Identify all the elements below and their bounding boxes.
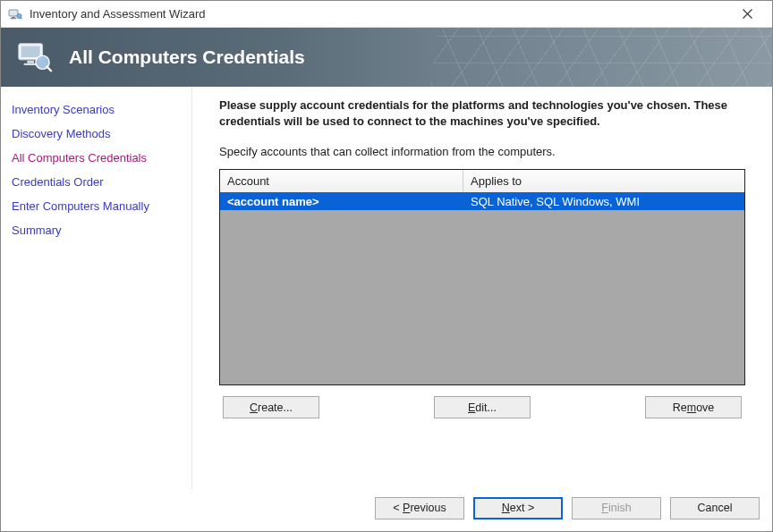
table-actions: Create... Edit... Remove xyxy=(219,385,745,418)
svg-rect-8 xyxy=(21,46,40,57)
svg-line-4 xyxy=(21,17,21,19)
sidebar-item-summary[interactable]: Summary xyxy=(10,218,183,242)
wizard-body: Inventory Scenarios Discovery Methods Al… xyxy=(1,87,772,490)
column-header-applies-to[interactable]: Applies to xyxy=(463,170,744,192)
sidebar-item-discovery-methods[interactable]: Discovery Methods xyxy=(10,122,183,146)
create-button[interactable]: Create... xyxy=(223,396,319,418)
credentials-table: Account Applies to <account name> SQL Na… xyxy=(219,169,745,385)
sidebar: Inventory Scenarios Discovery Methods Al… xyxy=(1,87,192,490)
sub-instruction-text: Specify accounts that can collect inform… xyxy=(219,145,745,158)
sidebar-item-inventory-scenarios[interactable]: Inventory Scenarios xyxy=(10,97,183,122)
header-icon xyxy=(15,38,53,76)
svg-rect-0 xyxy=(9,10,18,16)
cell-account: <account name> xyxy=(220,194,463,209)
close-button[interactable] xyxy=(729,2,765,27)
table-body[interactable]: <account name> SQL Native, SQL Windows, … xyxy=(220,192,744,384)
cancel-button[interactable]: Cancel xyxy=(670,497,760,519)
window-title: Inventory and Assessment Wizard xyxy=(30,7,729,21)
remove-button[interactable]: Remove xyxy=(645,396,742,418)
sidebar-item-enter-computers-manually[interactable]: Enter Computers Manually xyxy=(10,194,183,218)
app-icon xyxy=(8,7,22,21)
close-icon xyxy=(743,9,752,19)
svg-line-12 xyxy=(47,67,51,72)
next-button[interactable]: Next > xyxy=(473,497,563,519)
edit-button[interactable]: Edit... xyxy=(434,396,531,418)
svg-rect-9 xyxy=(27,61,34,63)
wizard-footer: < Previous Next > Finish Cancel xyxy=(1,490,772,531)
wizard-window: Inventory and Assessment Wizard All Comp… xyxy=(0,0,773,532)
svg-rect-2 xyxy=(11,18,17,19)
previous-button[interactable]: < Previous xyxy=(375,497,464,519)
page-title: All Computers Credentials xyxy=(69,46,305,68)
table-row[interactable]: <account name> SQL Native, SQL Windows, … xyxy=(220,192,744,210)
main-panel: Please supply account credentials for th… xyxy=(192,87,772,490)
cell-applies-to: SQL Native, SQL Windows, WMI xyxy=(463,194,744,209)
titlebar: Inventory and Assessment Wizard xyxy=(1,1,772,28)
svg-rect-1 xyxy=(12,17,15,18)
finish-button: Finish xyxy=(572,497,661,519)
table-header: Account Applies to xyxy=(220,170,744,192)
instruction-text: Please supply account credentials for th… xyxy=(219,97,745,129)
column-header-account[interactable]: Account xyxy=(220,170,463,192)
header-banner: All Computers Credentials xyxy=(1,28,772,87)
sidebar-item-all-computers-credentials[interactable]: All Computers Credentials xyxy=(10,146,183,170)
sidebar-item-credentials-order[interactable]: Credentials Order xyxy=(10,170,183,194)
